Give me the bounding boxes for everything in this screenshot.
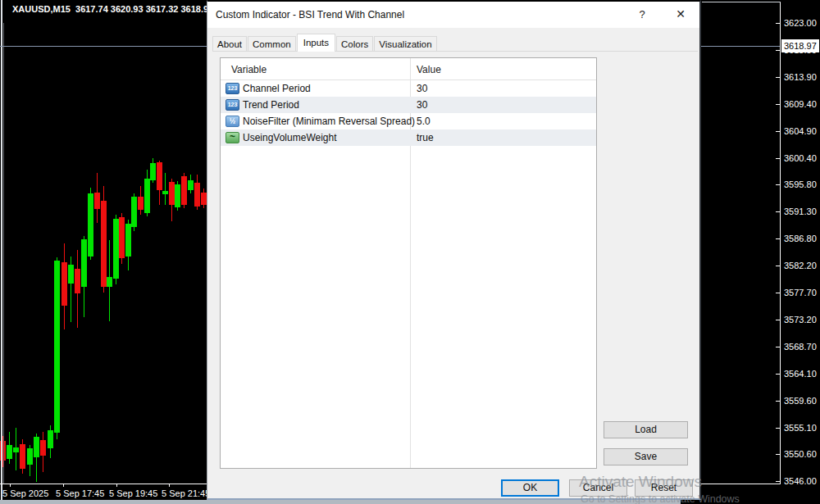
dialog-tabs: About Common Inputs Colors Visualization <box>212 34 438 52</box>
param-value[interactable]: true <box>417 132 434 143</box>
integer-type-icon: 123 <box>226 99 239 111</box>
double-type-icon: ½ <box>226 116 239 127</box>
ok-button[interactable]: OK <box>501 479 559 497</box>
window-bottom-edge <box>0 500 681 504</box>
time-tick <box>10 484 11 487</box>
tab-inputs[interactable]: Inputs <box>297 34 335 52</box>
param-label: Channel Period <box>243 83 311 94</box>
time-tick <box>63 484 64 487</box>
tab-visualization[interactable]: Visualization <box>374 36 436 52</box>
dialog-titlebar[interactable]: Custom Indicator - BSI Trend With Channe… <box>207 2 699 28</box>
param-label: NoiseFilter (Minimam Reversal Spread) <box>243 116 415 127</box>
cancel-button[interactable]: Cancel <box>569 479 627 497</box>
dialog-title: Custom Indicator - BSI Trend With Channe… <box>216 9 404 20</box>
indicator-properties-dialog: Custom Indicator - BSI Trend With Channe… <box>207 0 701 500</box>
tab-colors[interactable]: Colors <box>336 36 373 52</box>
param-label: Trend Period <box>243 99 299 111</box>
tab-page-border <box>212 51 698 52</box>
column-header-variable: Variable <box>231 64 266 75</box>
param-row-channel-period[interactable]: 123 Channel Period 30 <box>221 80 596 97</box>
param-value[interactable]: 5.0 <box>417 116 430 127</box>
time-tick <box>116 484 117 487</box>
integer-type-icon: 123 <box>226 83 239 94</box>
mt4-window: XAUUSD,M15 3617.74 3620.93 3617.32 3618.… <box>0 0 820 504</box>
tab-about[interactable]: About <box>212 36 247 52</box>
column-header-value: Value <box>417 64 441 75</box>
reset-button[interactable]: Reset <box>635 479 693 497</box>
time-tick <box>169 484 170 487</box>
close-icon[interactable]: ✕ <box>673 7 688 20</box>
time-tick-label: 5 Sep 21:45 <box>162 488 210 498</box>
param-row-usingvolumeweight[interactable]: ~ UseingVolumeWeight true <box>221 129 596 146</box>
param-row-noisefilter[interactable]: ½ NoiseFilter (Minimam Reversal Spread) … <box>221 113 596 129</box>
param-value[interactable]: 30 <box>417 99 427 111</box>
bool-type-icon: ~ <box>226 132 239 143</box>
save-button[interactable]: Save <box>604 448 688 465</box>
load-button[interactable]: Load <box>604 421 688 438</box>
time-tick-label: 5 Sep 17:45 <box>56 488 104 498</box>
param-value[interactable]: 30 <box>417 83 427 94</box>
current-price-badge: 3618.97 <box>781 39 819 52</box>
param-row-trend-period[interactable]: 123 Trend Period 30 <box>221 97 596 113</box>
help-icon[interactable]: ? <box>635 8 649 20</box>
time-tick-label: 5 Sep 2025 <box>2 488 48 498</box>
tab-common[interactable]: Common <box>248 36 296 52</box>
table-header-row: Variable Value <box>221 58 596 80</box>
time-tick-label: 5 Sep 19:45 <box>109 488 157 498</box>
param-label: UseingVolumeWeight <box>243 132 337 143</box>
parameters-table: Variable Value 123 Channel Period 30 123… <box>220 57 597 469</box>
